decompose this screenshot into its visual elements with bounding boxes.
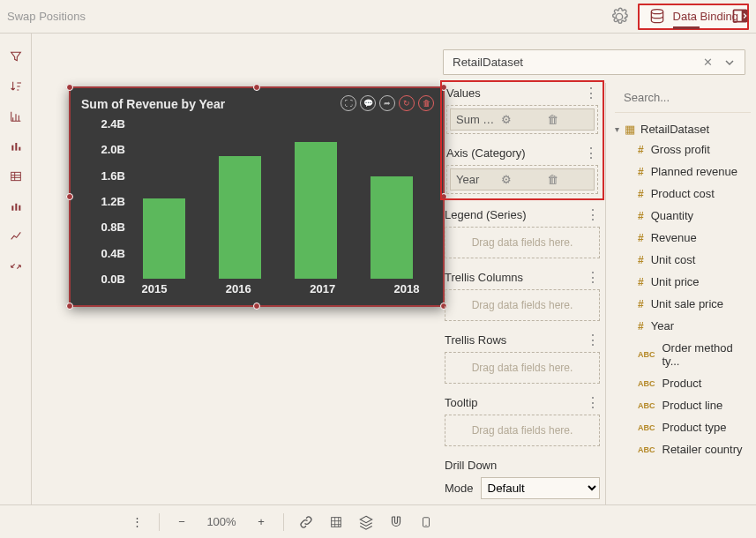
field-label: Unit cost	[651, 253, 696, 266]
axis-more-button[interactable]: ⋮	[584, 149, 598, 158]
field-item[interactable]: #Unit sale price	[615, 293, 751, 315]
database-icon	[648, 7, 666, 26]
chart-comment-button[interactable]: 💬	[360, 95, 376, 111]
y-tick: 0.8B	[81, 220, 125, 234]
chip-delete-button[interactable]: 🗑	[547, 113, 588, 126]
zoom-in-button[interactable]: +	[250, 511, 273, 534]
grid-button[interactable]	[325, 511, 348, 534]
bottom-more-button[interactable]: ⋮	[125, 511, 148, 534]
tooltip-more-button[interactable]: ⋮	[586, 399, 600, 407]
field-label: Product line	[662, 399, 723, 412]
bar[interactable]	[143, 198, 185, 279]
field-search[interactable]	[615, 86, 751, 113]
dataset-root[interactable]: ▾ ▦ RetailDataset	[615, 120, 751, 138]
field-item[interactable]: #Revenue	[615, 227, 751, 249]
data-binding-label: Data Binding	[673, 10, 738, 23]
canvas[interactable]: Sum of Revenue by Year ⛶ 💬 ➦ ↻ 🗑 2.4B2.0…	[32, 34, 438, 504]
number-field-icon: #	[638, 254, 644, 266]
chip-delete-button[interactable]: 🗑	[547, 173, 588, 186]
dataset-input[interactable]	[451, 55, 694, 70]
table-button[interactable]	[5, 166, 26, 187]
svg-point-0	[651, 9, 662, 13]
dataset-icon: ▦	[625, 123, 635, 136]
values-chip[interactable]: Sum of Revenue ⚙ 🗑	[450, 108, 595, 131]
x-label: 2016	[216, 282, 260, 298]
phone-icon	[420, 514, 432, 530]
column-button[interactable]	[5, 136, 26, 157]
values-more-button[interactable]: ⋮	[584, 89, 598, 98]
dataset-clear-button[interactable]: ✕	[700, 56, 716, 69]
magnet-icon	[388, 514, 404, 530]
settings-button[interactable]	[606, 4, 632, 30]
trellis-cols-more-button[interactable]: ⋮	[586, 273, 600, 282]
chart-card[interactable]: Sum of Revenue by Year ⛶ 💬 ➦ ↻ 🗑 2.4B2.0…	[69, 86, 445, 307]
zoom-level: 100%	[200, 515, 243, 528]
bar[interactable]	[219, 156, 261, 279]
bar-h-button[interactable]	[5, 106, 26, 127]
chevron-down-icon	[725, 58, 734, 67]
chart-fullscreen-button[interactable]: ⛶	[341, 95, 356, 111]
bottom-bar: ⋮ − 100% +	[0, 504, 756, 538]
chart-plot: 2.4B2.0B1.6B1.2B0.8B0.4B0.0B	[81, 123, 432, 279]
axis-chip-label: Year	[456, 173, 498, 186]
dataset-selector[interactable]: ✕	[443, 49, 745, 75]
filter-button[interactable]	[5, 46, 26, 67]
trellis-rows-more-button[interactable]: ⋮	[586, 336, 600, 345]
field-item[interactable]: #Quantity	[615, 205, 751, 227]
legend-more-button[interactable]: ⋮	[586, 211, 600, 220]
field-item[interactable]: #Gross profit	[615, 138, 751, 161]
axis-chip[interactable]: Year ⚙ 🗑	[450, 168, 595, 191]
field-item[interactable]: ABCOrder method ty...	[615, 337, 751, 372]
link-button[interactable]	[295, 511, 318, 534]
field-label: Product cost	[651, 187, 715, 200]
field-item[interactable]: #Unit price	[615, 271, 751, 293]
layers-button[interactable]	[355, 511, 378, 534]
values-dropzone[interactable]: Sum of Revenue ⚙ 🗑	[446, 105, 598, 134]
field-item[interactable]: ABCProduct	[615, 372, 751, 394]
trellis-rows-dropzone[interactable]: Drag data fields here.	[445, 352, 600, 384]
line-button[interactable]	[5, 226, 26, 247]
chip-settings-button[interactable]: ⚙	[501, 173, 543, 186]
x-label: 2015	[132, 282, 176, 298]
svg-rect-4	[15, 143, 17, 151]
axis-dropzone[interactable]: Year ⚙ 🗑	[446, 165, 598, 194]
bar[interactable]	[295, 142, 337, 279]
field-label: Retailer country	[662, 443, 743, 456]
magnet-button[interactable]	[385, 511, 408, 534]
line-chart-icon	[9, 229, 23, 243]
stacked-button[interactable]	[5, 196, 26, 217]
sort-button[interactable]	[5, 76, 26, 97]
bar[interactable]	[371, 176, 413, 279]
caret-icon: ▾	[615, 124, 619, 134]
number-field-icon: #	[638, 210, 644, 222]
number-field-icon: #	[638, 232, 644, 244]
device-button[interactable]	[415, 511, 438, 534]
field-item[interactable]: ABCProduct type	[615, 416, 751, 438]
chart-refresh-button[interactable]: ↻	[399, 95, 415, 111]
field-search-input[interactable]	[622, 90, 756, 105]
field-item[interactable]: #Product cost	[615, 183, 751, 205]
text-field-icon: ABC	[638, 379, 655, 388]
trellis-cols-title: Trellis Columns	[445, 271, 586, 284]
y-tick: 0.4B	[81, 246, 125, 259]
trellis-cols-dropzone[interactable]: Drag data fields here.	[445, 289, 600, 321]
zoom-out-button[interactable]: −	[170, 511, 193, 534]
field-item[interactable]: #Unit cost	[615, 249, 751, 271]
expand-button[interactable]	[5, 256, 26, 277]
drill-mode-select[interactable]: Default	[481, 477, 600, 499]
chip-settings-button[interactable]: ⚙	[501, 113, 543, 126]
tooltip-dropzone[interactable]: Drag data fields here.	[445, 415, 600, 446]
y-tick: 1.6B	[81, 168, 125, 182]
column-chart-icon	[9, 139, 23, 153]
layers-icon	[358, 514, 374, 530]
panel-toggle-button[interactable]	[730, 5, 751, 26]
field-item[interactable]: ABCRetailer country	[615, 438, 751, 460]
field-item[interactable]: #Planned revenue	[615, 161, 751, 183]
number-field-icon: #	[638, 166, 644, 178]
legend-dropzone[interactable]: Drag data fields here.	[445, 227, 600, 258]
field-item[interactable]: #Year	[615, 315, 751, 337]
chart-delete-button[interactable]: 🗑	[418, 95, 434, 111]
dataset-dropdown-button[interactable]	[722, 58, 737, 67]
field-item[interactable]: ABCProduct line	[615, 394, 751, 416]
chart-share-button[interactable]: ➦	[379, 95, 395, 111]
